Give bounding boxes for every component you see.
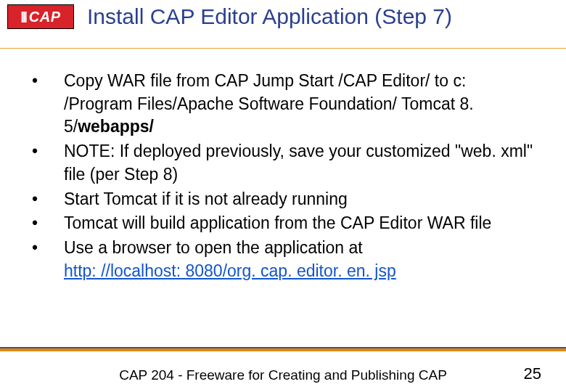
header: |||CAP Install CAP Editor Application (S…: [0, 0, 566, 30]
bullet-marker: •: [32, 237, 64, 282]
bullet-marker: •: [32, 212, 64, 235]
text-bold: webapps/: [78, 117, 154, 136]
bullet-item: • Copy WAR file from CAP Jump Start /CAP…: [32, 70, 537, 139]
localhost-link[interactable]: http: //localhost: 8080/org. cap. editor…: [64, 261, 396, 280]
text-run: Use a browser to open the application at: [64, 238, 363, 257]
bullet-item: • NOTE: If deployed previously, save you…: [32, 140, 537, 186]
footer-text: CAP 204 - Freeware for Creating and Publ…: [0, 367, 566, 383]
divider-top: [0, 48, 566, 49]
content: • Copy WAR file from CAP Jump Start /CAP…: [32, 70, 537, 285]
logo-bars-icon: |||: [20, 10, 25, 23]
slide-title: Install CAP Editor Application (Step 7): [87, 4, 452, 30]
bullet-marker: •: [32, 70, 64, 139]
page-number: 25: [524, 364, 541, 383]
bullet-text: Start Tomcat if it is not already runnin…: [64, 188, 537, 211]
bullet-marker: •: [32, 188, 64, 211]
logo-text: CAP: [29, 9, 61, 25]
bullet-text: Tomcat will build application from the C…: [64, 212, 537, 235]
bullet-text: Use a browser to open the application at…: [64, 237, 537, 282]
bullet-item: • Tomcat will build application from the…: [32, 212, 537, 235]
bullet-text: Copy WAR file from CAP Jump Start /CAP E…: [64, 70, 537, 139]
bullet-text: NOTE: If deployed previously, save your …: [64, 140, 537, 186]
slide: |||CAP Install CAP Editor Application (S…: [0, 0, 566, 392]
bullet-marker: •: [32, 140, 64, 186]
divider-bottom: [0, 347, 566, 351]
cap-logo: |||CAP: [7, 4, 74, 29]
bullet-item: • Start Tomcat if it is not already runn…: [32, 188, 537, 211]
bullet-item: • Use a browser to open the application …: [32, 237, 537, 282]
